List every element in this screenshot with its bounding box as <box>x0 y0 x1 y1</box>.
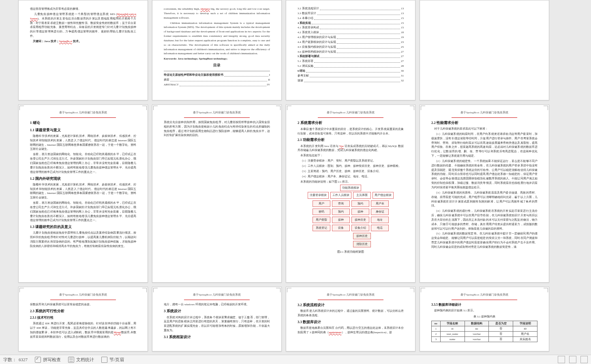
doc-stats-button[interactable]: 文档统计 <box>68 357 94 363</box>
toc-line[interactable]: 4.2 系统登入模块18 <box>298 30 404 35</box>
page-11: 基于SpringBoot 儿科保健门诊免疫系统 3.2 系统流程设计 数据库是儿… <box>286 287 415 351</box>
spelling-error: Mysql <box>114 331 121 334</box>
page-8: 基于SpringBoot 儿科保健门诊免疫系统 2.2 性能需求分析 对于儿科保… <box>420 104 549 283</box>
body-text: 儿童免疫接种信息管理系统是一个典型的管理信息系统 MIS (ManagInfor… <box>30 12 136 38</box>
page-header: 基于SpringBoot 儿科保健门诊免疫系统 <box>431 293 537 297</box>
toc-line[interactable]: 3.4 本章小结15 <box>298 16 404 21</box>
body-text: 在系统对构的设计并过程中，系统各个模块要乘求编定、便于工整否，部门管理，至且用户… <box>164 315 270 333</box>
list-item: （2）工作人员模块：医制、预约、接种、接种安排历史、接种历史、接种前检。 <box>298 164 404 168</box>
keywords-line: Keywords: Java technology; SpringBoot te… <box>164 57 270 61</box>
list-icon <box>68 357 74 363</box>
sections-button[interactable]: 节/页眉 <box>101 357 124 363</box>
body-text: 本系统包括如下： <box>298 153 404 158</box>
diagram-box: 密码 <box>313 209 330 215</box>
page-9: 基于SpringBoot 儿科保健门诊免疫系统 保数据库和儿科保健系统可以要安全… <box>18 287 148 351</box>
toc-line[interactable]: 4 系统实现15 <box>298 21 404 26</box>
toc-line[interactable]: 6 结论30 <box>298 69 404 73</box>
body-text: （1）儿科保健系统的响应时间，在用户向系统发送请求动消息等用户需要时，加载速度快… <box>431 132 537 158</box>
page-header: 基于SpringBoot 儿科保健门诊免疫系统 <box>431 111 537 115</box>
spell-check-button[interactable]: 拼写检查 <box>35 357 61 363</box>
heading-3: 3 系统设计 <box>164 309 270 314</box>
page-6: 基于SpringBoot 儿科保健门诊免疫系统 系统分充分接种的制作用，按照国家… <box>152 104 282 283</box>
diagram-box: 接种历史 <box>353 233 371 239</box>
toc-title: 目录 <box>164 63 270 68</box>
spelling-error: appintment <box>329 331 342 334</box>
heading-1-2: 1.2 国内外研究现状 <box>30 176 136 181</box>
view-mode-print-icon[interactable] <box>558 356 565 363</box>
book-icon <box>101 357 107 363</box>
list-item: （3）主要简易：预约、用户历史、接种、接种历史、设备介绍。 <box>298 169 404 174</box>
heading-2-3: 2.3 系统的可行性分析 <box>30 309 136 314</box>
toc-line[interactable]: 4.6 接种留档模块的设计与实现27 <box>298 50 404 54</box>
body-text: 本系统的功能块说明；如下图 2.1 所示。 <box>298 180 404 184</box>
diagram-box: 用户本 <box>371 200 389 207</box>
heading-1-3: 1.3 课题研究的目的及意义 <box>30 224 136 230</box>
page-5: 基于SpringBoot 儿科保健门诊免疫系统 1 绪论 1.1 课题背景与意义… <box>18 104 148 283</box>
toc-line[interactable]: 5 系统部署与测试27 <box>298 54 404 59</box>
body-text: （3）儿科保健系统的完善性。儿科保健系统应应及用户提供便捷、高效的查村、存储、排… <box>431 191 537 208</box>
toc-line[interactable]: 参考文献31 <box>298 74 404 78</box>
body-text: 当前，西方发达国家的网络化、智能化、自动化已经初具规模的水平，已经或正在改变公民… <box>30 201 136 223</box>
toc-line[interactable]: 4.1 系统登录构成15 <box>298 26 404 30</box>
heading-2-2: 2.2 性能需求分析 <box>431 120 537 126</box>
db-table: no字段名称数据结构是否为空字段说明 1idint否ID2user_nameva… <box>431 321 537 342</box>
app-viewport: 信息留存管理将成为非常有必要的事情。 儿童免疫接种信息管理系统是一个典型的管理信… <box>0 0 591 364</box>
page-10: 基于SpringBoot 儿科保健门诊免疫系统 地方，拥有一台 windows … <box>152 287 282 351</box>
toc-line[interactable]: 毕业论文原创性声明和毕业论文版权使用授权书I <box>164 73 270 77</box>
page-header: 基于SpringBoot 儿科保健门诊免疫系统 <box>298 111 404 115</box>
toc-line[interactable]: 5.2 测试实施28 <box>298 64 404 68</box>
status-bar: 字数：6327 拼写检查 文档统计 节/页眉 <box>0 355 591 364</box>
toc-line[interactable]: 5.1 系统部署27 <box>298 59 404 64</box>
heading-2-3-1: 2.3.1 技术可行性 <box>30 315 136 320</box>
body-text: 随着科学技术的发展，尤其是计算机技术、网络技术、多媒体技术、传感技术、控制技术和… <box>30 134 136 151</box>
diagram-box: 主页界面 <box>353 192 371 198</box>
toc-line[interactable]: 4.3 用户管理模块的设计与实现19 <box>298 35 404 40</box>
toc-line[interactable]: 4.4 用户更新模块的设计与实现23 <box>298 40 404 45</box>
page-header: 基于SpringBoot 儿科保健门诊免疫系统 <box>164 111 270 115</box>
diagram-box: 身份证 <box>371 209 389 215</box>
body-text: 随着科学技术的发展，尤其是计算机技术、网络技术、多媒体技术、传感技术、控制技术和… <box>30 183 136 200</box>
diagram-box: 接种 <box>332 217 350 223</box>
diagram-box: 设备介绍 <box>351 225 369 231</box>
heading-1: 1 绪论 <box>30 120 136 126</box>
page-header: 基于SpringBoot 儿科保健门诊免疫系统 <box>30 293 136 297</box>
word-count[interactable]: 字数：6327 <box>3 357 28 363</box>
table-row: 3namevarchar否真实姓名 <box>432 337 537 342</box>
page-scroll-area[interactable]: 信息留存管理将成为非常有必要的事情。 儿童免疫接种信息管理系统是一个典型的管理信… <box>0 0 591 355</box>
page-12: 基于SpringBoot 儿科保健门诊免疫系统 3.3.5 数据库详细设计 接种… <box>420 287 549 351</box>
body-text: 本章目整个系统设计中并重要的部分，是系统设计的核心。开发系统最重要的意象行划量，… <box>298 127 404 136</box>
body-text: 当前，西方发达国家的网络化、智能化、自动化已经初具规模的水平，已经或正在改变公民… <box>30 152 136 174</box>
body-text: 本系统的开发利用 Java 语言与 Vue 语言实成系统的页销键成式，再以 My… <box>298 144 404 153</box>
toc-line[interactable]: 摘要II <box>164 78 270 82</box>
table-caption: 表 3.1 接种预约表 <box>431 315 537 319</box>
table-row: 2user_namevarchar否用户名 <box>432 332 537 337</box>
toc-line[interactable]: 3.2 系统流程设计13 <box>298 6 404 11</box>
heading-3-1: 3.1 系统框架设计 <box>164 334 270 340</box>
table-row: 1idint否ID <box>432 326 537 331</box>
heading-3-2: 3.2 系统流程设计 <box>298 302 404 308</box>
view-mode-outline-icon[interactable] <box>569 356 576 363</box>
heading-2: 2 系统需求分析 <box>298 120 404 126</box>
toc-line[interactable]: ABSTRACTIV <box>164 83 270 87</box>
diagram-box: 地址 <box>371 217 389 223</box>
toc-line[interactable]: 4.5 设备预约模块的设计与实现25 <box>298 45 404 49</box>
toc-line[interactable]: 3.3 数据库设计13 <box>298 11 404 16</box>
diagram-box: 用户 <box>313 200 330 207</box>
page-1: 信息留存管理将成为非常有必要的事情。 儿童免疫接种信息管理系统是一个典型的管理信… <box>18 0 148 100</box>
body-text: 地方，拥有一台 windows 环境的笔记本电脑，已经根据的开发环境。 <box>164 302 270 307</box>
diagram-box: 用户信息模块 <box>373 192 394 198</box>
diagram-box: 接种 <box>351 209 369 215</box>
heading-3-3: 3.3 数据库设计 <box>298 319 404 325</box>
page-4 <box>420 0 549 100</box>
view-mode-read-icon[interactable] <box>580 356 588 363</box>
body-text: （5）儿科保健系统的数据安定性。在儿科保健系统中茹计非一定确保同用户的信息安会和… <box>431 232 537 249</box>
page-2: convenient, the reliability high, shengy… <box>152 0 282 100</box>
page-header: 基于SpringBoot 儿科保健门诊免疫系统 <box>298 293 404 297</box>
body-text: 儿童计划免疫是根据免疫学原理和儿童免疫特点以及某些传染病因素流行情况，按照科学的… <box>30 231 136 248</box>
spelling-error: Vue <box>339 145 344 148</box>
heading-3-3-5: 3.3.5 数据库详细设计 <box>431 302 537 307</box>
body-text: （4）儿科保健系统的通行性，儿科保健系统在系统的开发实起尽量要进行主流分后，确保… <box>431 209 537 231</box>
body-text: 系统通过 IDE 来进行开发，配药必要将是验收的、针对该软件的功能十分全面，用以… <box>30 321 136 339</box>
toc-line[interactable]: 致谢32 <box>298 79 404 83</box>
body-text: 对于儿科保健系统的要求应此可以下标准： <box>431 127 537 131</box>
